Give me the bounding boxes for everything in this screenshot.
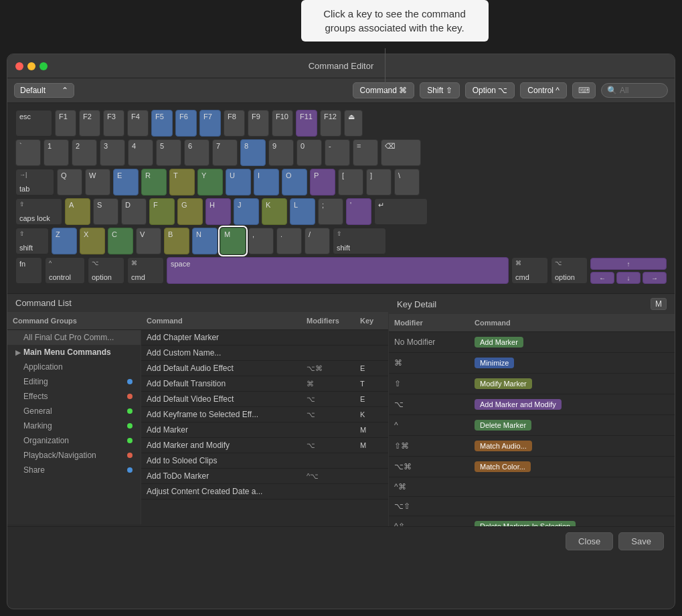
key-slash[interactable]: / <box>305 228 330 254</box>
detail-row-opt-cmd[interactable]: ⌥⌘ Match Color... <box>389 457 675 477</box>
save-button[interactable]: Save <box>618 532 664 550</box>
key-z[interactable]: Z <box>52 228 77 254</box>
key-f10[interactable]: F10 <box>272 110 293 137</box>
detail-row-cmd[interactable]: ⌘ Minimize <box>389 353 675 374</box>
key-g[interactable]: G <box>177 198 203 225</box>
detail-row-shift-cmd[interactable]: ⇧⌘ Match Audio... <box>389 436 675 457</box>
key-enter[interactable]: ↵ <box>374 198 428 225</box>
key-c[interactable]: C <box>108 228 133 254</box>
group-all-fcp[interactable]: All Final Cut Pro Comm... <box>7 330 141 345</box>
detail-row-control[interactable]: ^ Delete Marker <box>389 415 675 436</box>
key-f6[interactable]: F6 <box>175 110 197 137</box>
table-row[interactable]: Add Default Transition ⌘ T <box>141 376 388 392</box>
key-minus[interactable]: - <box>325 139 350 166</box>
group-share[interactable]: Share <box>7 463 141 477</box>
detail-row-option[interactable]: ⌥ Add Marker and Modify <box>389 394 675 415</box>
key-eject[interactable]: ⏏ <box>344 110 363 137</box>
key-8[interactable]: 8 <box>240 139 266 166</box>
key-j[interactable]: J <box>234 198 259 225</box>
key-comma[interactable]: , <box>248 228 274 254</box>
key-1[interactable]: 1 <box>44 139 69 166</box>
key-r[interactable]: R <box>141 169 167 196</box>
key-f5[interactable]: F5 <box>151 110 173 137</box>
key-f[interactable]: F <box>149 198 175 225</box>
key-y[interactable]: Y <box>197 169 223 196</box>
group-effects[interactable]: Effects <box>7 389 141 404</box>
key-l[interactable]: L <box>290 198 315 225</box>
command-modifier-btn[interactable]: Command ⌘ <box>353 82 415 98</box>
keyboard-icon[interactable]: ⌨ <box>572 82 596 98</box>
group-main-menu[interactable]: ▶ Main Menu Commands <box>7 345 141 360</box>
key-backtick[interactable]: ` <box>15 139 41 166</box>
key-capslock[interactable]: ⇧caps lock <box>15 198 62 225</box>
key-period[interactable]: . <box>276 228 302 254</box>
key-u[interactable]: U <box>226 169 251 196</box>
key-i[interactable]: I <box>254 169 279 196</box>
key-f7[interactable]: F7 <box>199 110 221 137</box>
table-row[interactable]: Add Chapter Marker <box>141 330 388 345</box>
key-s[interactable]: S <box>93 198 118 225</box>
key-backspace[interactable]: ⌫ <box>381 139 421 166</box>
detail-row-opt-shift[interactable]: ⌥⇧ <box>389 497 675 516</box>
key-w[interactable]: W <box>85 169 110 196</box>
key-2[interactable]: 2 <box>72 139 97 166</box>
key-cmd-left[interactable]: ⌘cmd <box>127 257 164 284</box>
key-h[interactable]: H <box>205 198 231 225</box>
key-f9[interactable]: F9 <box>248 110 269 137</box>
key-f11[interactable]: F11 <box>296 110 317 137</box>
option-modifier-btn[interactable]: Option ⌥ <box>465 82 515 98</box>
key-6[interactable]: 6 <box>184 139 209 166</box>
key-arrow-down[interactable]: ↓ <box>616 272 641 284</box>
key-f1[interactable]: F1 <box>55 110 76 137</box>
key-k[interactable]: K <box>262 198 287 225</box>
key-d[interactable]: D <box>121 198 147 225</box>
search-input[interactable] <box>620 86 660 95</box>
key-x[interactable]: X <box>80 228 105 254</box>
key-t[interactable]: T <box>169 169 195 196</box>
key-option-right[interactable]: ⌥option <box>551 257 588 284</box>
key-b[interactable]: B <box>164 228 189 254</box>
key-arrow-up[interactable]: ↑ <box>590 258 667 270</box>
key-shift-right[interactable]: ⇧shift <box>333 228 386 254</box>
preset-dropdown[interactable]: Default ⌃ <box>14 83 74 98</box>
key-shift-left[interactable]: ⇧shift <box>15 228 49 254</box>
key-4[interactable]: 4 <box>128 139 153 166</box>
key-m[interactable]: M <box>220 228 246 254</box>
table-row[interactable]: Add ToDo Marker ^⌥ <box>141 469 388 484</box>
key-backslash[interactable]: \ <box>394 169 420 196</box>
group-editing[interactable]: Editing <box>7 374 141 389</box>
key-f2[interactable]: F2 <box>79 110 100 137</box>
key-n[interactable]: N <box>192 228 218 254</box>
minimize-traffic-light[interactable] <box>27 62 35 70</box>
key-5[interactable]: 5 <box>156 139 181 166</box>
close-traffic-light[interactable] <box>15 62 23 70</box>
key-f8[interactable]: F8 <box>224 110 245 137</box>
key-lbracket[interactable]: [ <box>338 169 363 196</box>
key-tab[interactable]: →|tab <box>15 169 54 196</box>
key-p[interactable]: P <box>310 169 335 196</box>
table-row[interactable]: Add to Soloed Clips <box>141 453 388 469</box>
key-q[interactable]: Q <box>57 169 82 196</box>
detail-row-no-modifier[interactable]: No Modifier Add Marker <box>389 332 675 353</box>
table-row[interactable]: Add Default Video Effect ⌥ E <box>141 392 388 407</box>
close-button[interactable]: Close <box>566 532 613 550</box>
shift-modifier-btn[interactable]: Shift ⇧ <box>420 82 459 98</box>
key-e[interactable]: E <box>113 169 139 196</box>
key-semicolon[interactable]: ; <box>318 198 343 225</box>
key-v[interactable]: V <box>136 228 161 254</box>
key-cmd-right[interactable]: ⌘cmd <box>511 257 548 284</box>
key-f4[interactable]: F4 <box>127 110 149 137</box>
key-quote[interactable]: ' <box>346 198 371 225</box>
key-rbracket[interactable]: ] <box>366 169 392 196</box>
table-row[interactable]: Add Keyframe to Selected Eff... ⌥ K <box>141 407 388 422</box>
key-9[interactable]: 9 <box>268 139 294 166</box>
key-f12[interactable]: F12 <box>320 110 341 137</box>
key-esc[interactable]: esc <box>15 110 52 137</box>
key-f3[interactable]: F3 <box>103 110 124 137</box>
control-modifier-btn[interactable]: Control ^ <box>520 82 567 98</box>
group-marking[interactable]: Marking <box>7 418 141 433</box>
table-row[interactable]: Add Marker M <box>141 422 388 438</box>
group-application[interactable]: Application <box>7 360 141 374</box>
key-3[interactable]: 3 <box>100 139 125 166</box>
key-o[interactable]: O <box>282 169 307 196</box>
